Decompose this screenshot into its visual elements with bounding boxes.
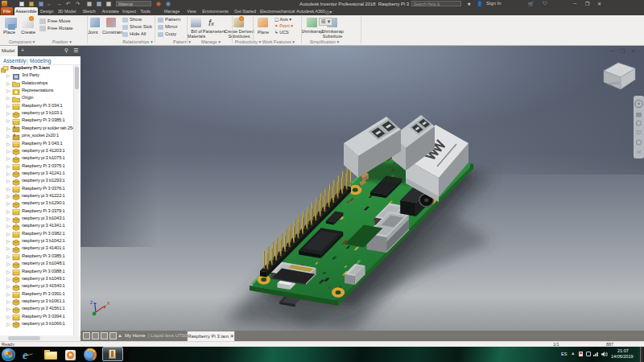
svg-text:❐: ❐ [620,48,625,54]
svg-text:✕: ✕ [631,48,636,54]
svg-text:─: ─ [609,47,614,55]
svg-text:Z: Z [90,300,93,305]
